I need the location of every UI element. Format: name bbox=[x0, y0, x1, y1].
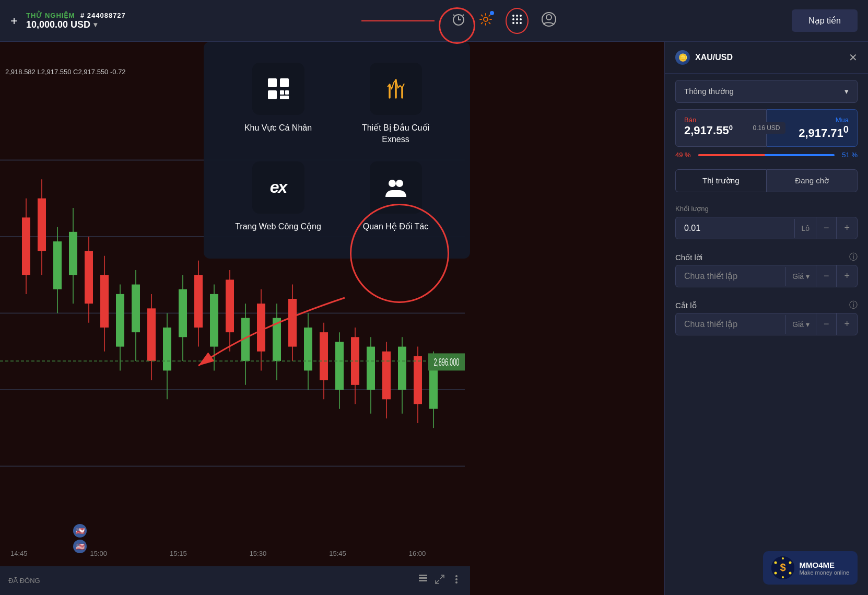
mmo4me-badge[interactable]: $ MMO4ME Make money online bbox=[763, 551, 858, 585]
stop-loss-unit[interactable]: Giá ▾ bbox=[785, 315, 816, 334]
stop-loss-label: Cắt lỗ bbox=[675, 301, 697, 310]
settings-icon[interactable] bbox=[478, 12, 493, 30]
volume-increase-button[interactable]: + bbox=[836, 217, 857, 239]
menu-item-quan-he-doi-tac[interactable]: Quan Hệ Đối Tác bbox=[347, 161, 444, 232]
svg-rect-37 bbox=[132, 285, 140, 333]
take-profit-label: Chốt lời bbox=[675, 253, 702, 262]
volume-section: Khối lượng 0.01 Lô − + bbox=[665, 199, 868, 246]
account-info: THỬ NGHIỆM # 244088727 10,000.00 USD ▾ bbox=[26, 11, 126, 30]
tp-increase-button[interactable]: + bbox=[836, 265, 857, 287]
svg-point-103 bbox=[396, 180, 403, 187]
svg-point-109 bbox=[774, 572, 777, 575]
alarm-icon[interactable] bbox=[451, 12, 466, 30]
svg-rect-69 bbox=[382, 352, 391, 400]
tab-pending[interactable]: Đang chờ bbox=[767, 169, 858, 192]
take-profit-input-row: Chưa thiết lập Giá ▾ − + bbox=[675, 265, 858, 287]
more-icon[interactable] bbox=[451, 574, 462, 587]
header-center bbox=[126, 8, 792, 34]
user-account-icon[interactable] bbox=[541, 11, 557, 30]
right-panel: 🪙 XAU/USD ✕ Thông thường ▾ Bán 2,917.550… bbox=[664, 42, 868, 595]
svg-text:$: $ bbox=[780, 562, 785, 573]
svg-line-4 bbox=[463, 15, 464, 16]
svg-rect-61 bbox=[320, 332, 328, 380]
take-profit-header: Chốt lời ⓘ bbox=[675, 252, 858, 263]
svg-point-5 bbox=[484, 17, 488, 21]
menu-item-trang-web-cong-cong[interactable]: ex Trang Web Công Cộng bbox=[230, 161, 326, 232]
svg-rect-93 bbox=[268, 78, 277, 87]
svg-text:2,896.000: 2,896.000 bbox=[434, 356, 460, 368]
svg-rect-97 bbox=[285, 90, 289, 95]
menu-grid: Khu Vực Cá Nhân Thiết Bị Đầu Cuối Exness… bbox=[230, 63, 444, 232]
take-profit-info-icon[interactable]: ⓘ bbox=[849, 252, 858, 263]
svg-rect-71 bbox=[398, 347, 406, 390]
layers-icon[interactable] bbox=[418, 574, 428, 587]
time-axis: 14:45 15:00 15:15 15:30 15:45 16:00 bbox=[0, 543, 470, 564]
order-type-tabs: Thị trường Đang chờ bbox=[675, 169, 858, 192]
svg-rect-49 bbox=[226, 279, 234, 332]
tp-dropdown-icon: ▾ bbox=[806, 272, 810, 281]
volume-decrease-button[interactable]: − bbox=[816, 217, 837, 239]
tp-decrease-button[interactable]: − bbox=[816, 265, 837, 287]
panel-close-button[interactable]: ✕ bbox=[849, 51, 858, 64]
svg-line-3 bbox=[453, 15, 454, 16]
progress-fill bbox=[698, 154, 765, 156]
svg-point-108 bbox=[789, 562, 791, 564]
menu-item-khu-vuc-ca-nhan[interactable]: Khu Vực Cá Nhân bbox=[230, 63, 326, 146]
svg-point-111 bbox=[782, 557, 784, 559]
svg-rect-31 bbox=[85, 251, 93, 304]
tab-market[interactable]: Thị trường bbox=[675, 169, 767, 192]
price-bar: 2,918.582 L2,917.550 C2,917.550 -0.72 bbox=[5, 68, 126, 76]
svg-rect-98 bbox=[280, 96, 289, 99]
sell-percent: 49 % bbox=[675, 151, 694, 159]
trang-web-cong-cong-label: Trang Web Công Cộng bbox=[235, 221, 321, 232]
svg-rect-51 bbox=[241, 318, 250, 361]
svg-rect-67 bbox=[367, 347, 375, 390]
apps-menu: Khu Vực Cá Nhân Thiết Bị Đầu Cuối Exness… bbox=[204, 42, 470, 259]
svg-point-13 bbox=[516, 22, 518, 24]
svg-rect-85 bbox=[419, 577, 427, 579]
mmo4me-logo: $ bbox=[771, 556, 794, 579]
balance-dropdown-arrow[interactable]: ▾ bbox=[93, 20, 97, 29]
stop-loss-info-icon[interactable]: ⓘ bbox=[849, 300, 858, 311]
nap-tien-button[interactable]: Nạp tiền bbox=[792, 9, 858, 32]
svg-rect-33 bbox=[100, 275, 109, 328]
volume-label: Khối lượng bbox=[675, 205, 858, 213]
svg-rect-41 bbox=[163, 328, 171, 370]
quan-he-doi-tac-icon bbox=[370, 161, 422, 214]
take-profit-section: Chốt lời ⓘ Chưa thiết lập Giá ▾ − + bbox=[665, 246, 868, 294]
sl-decrease-button[interactable]: − bbox=[816, 313, 837, 335]
dropdown-arrow-icon: ▾ bbox=[844, 87, 849, 96]
svg-rect-86 bbox=[419, 580, 427, 581]
svg-rect-35 bbox=[116, 294, 124, 347]
asset-name: XAU/USD bbox=[695, 53, 843, 62]
svg-rect-73 bbox=[414, 356, 422, 404]
stop-loss-value: Chưa thiết lập bbox=[676, 314, 785, 334]
trang-web-cong-cong-icon: ex bbox=[252, 161, 304, 214]
ask-price: 2,917.710 bbox=[776, 124, 849, 140]
svg-point-14 bbox=[520, 22, 522, 24]
take-profit-value: Chưa thiết lập bbox=[676, 266, 785, 286]
order-type-dropdown[interactable]: Thông thường ▾ bbox=[675, 80, 858, 103]
take-profit-unit[interactable]: Giá ▾ bbox=[785, 267, 816, 286]
add-icon[interactable]: + bbox=[10, 14, 18, 28]
svg-rect-27 bbox=[53, 241, 62, 289]
svg-rect-29 bbox=[69, 232, 77, 275]
expand-icon[interactable] bbox=[435, 574, 445, 587]
thiet-bi-dau-cuoi-label: Thiết Bị Đầu Cuối Exness bbox=[347, 122, 444, 146]
svg-point-6 bbox=[512, 15, 514, 17]
apps-grid-icon[interactable] bbox=[506, 8, 529, 34]
svg-point-12 bbox=[512, 22, 514, 24]
notification-dot bbox=[490, 11, 494, 15]
account-type: THỬ NGHIỆM # 244088727 bbox=[26, 11, 126, 19]
svg-rect-23 bbox=[22, 217, 30, 275]
svg-point-11 bbox=[520, 18, 522, 20]
stop-loss-header: Cắt lỗ ⓘ bbox=[675, 300, 858, 311]
sl-increase-button[interactable]: + bbox=[836, 313, 857, 335]
buy-percent: 51 % bbox=[839, 151, 858, 159]
svg-line-88 bbox=[440, 575, 444, 579]
svg-point-92 bbox=[455, 581, 458, 584]
menu-item-thiet-bi-dau-cuoi[interactable]: Thiết Bị Đầu Cuối Exness bbox=[347, 63, 444, 146]
ask-label: Mua bbox=[776, 116, 849, 124]
svg-rect-53 bbox=[257, 304, 265, 352]
svg-point-10 bbox=[516, 18, 518, 20]
